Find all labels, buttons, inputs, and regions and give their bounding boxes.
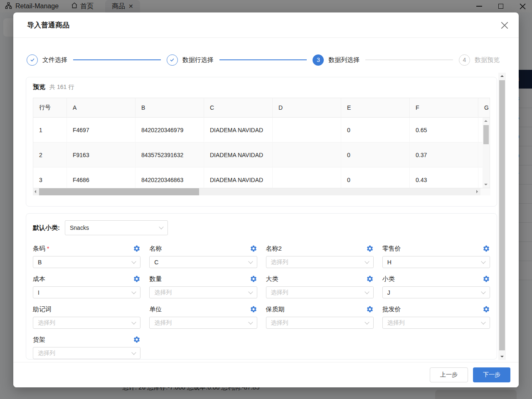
next-step-button[interactable]: 下一步 xyxy=(473,367,510,382)
field-2: 名称C xyxy=(149,244,257,268)
gear-icon[interactable] xyxy=(250,305,257,313)
field-8: 小类J xyxy=(382,274,490,298)
field-select-value: C xyxy=(154,259,158,266)
field-header: 条码* xyxy=(33,244,140,253)
step-label: 文件选择 xyxy=(42,56,67,64)
field-select[interactable]: 选择列 xyxy=(33,347,140,359)
preview-cell: DIADEMA NAVIDAD xyxy=(204,167,273,188)
field-label: 零售价 xyxy=(382,245,401,253)
preview-col-header: D xyxy=(273,98,341,118)
gear-icon[interactable] xyxy=(133,275,140,283)
scroll-thumb[interactable] xyxy=(39,188,199,195)
preview-cell: F9163 xyxy=(67,143,135,167)
gear-icon[interactable] xyxy=(366,305,374,313)
field-select[interactable]: 选择列 xyxy=(382,317,490,329)
scroll-right-icon[interactable] xyxy=(476,190,478,193)
field-header: 数量 xyxy=(149,274,257,283)
column-mapping-card: 默认小类: Snacks 条码*B名称C名称2选择列零售价H成本I数量选择列大类… xyxy=(26,213,497,360)
field-select[interactable]: I xyxy=(33,286,140,298)
field-select[interactable]: B xyxy=(33,256,140,268)
preview-cell: 1 xyxy=(33,118,67,143)
chevron-down-icon xyxy=(248,259,253,264)
field-header: 成本 xyxy=(33,274,140,283)
table-row[interactable]: 3F46868420220346863DIADEMA NAVIDAD00.43 xyxy=(33,167,490,188)
gear-icon[interactable] xyxy=(366,275,374,283)
step-4[interactable]: 4数据预览 xyxy=(459,54,505,66)
chevron-down-icon xyxy=(132,320,136,324)
field-select[interactable]: H xyxy=(382,256,490,268)
field-header: 保质期 xyxy=(266,305,374,314)
chevron-down-icon xyxy=(481,289,485,294)
field-12: 批发价选择列 xyxy=(382,305,490,329)
scroll-thumb[interactable] xyxy=(483,125,489,144)
field-select[interactable]: 选择列 xyxy=(149,286,257,298)
gear-icon[interactable] xyxy=(250,275,257,283)
field-select[interactable]: 选择列 xyxy=(149,317,257,329)
gear-icon[interactable] xyxy=(483,245,490,252)
field-select[interactable]: C xyxy=(149,256,257,268)
field-select-value: 选择列 xyxy=(271,289,288,296)
field-select[interactable]: 选择列 xyxy=(266,317,374,329)
step-2[interactable]: 数据行选择 xyxy=(167,54,219,66)
preview-cell xyxy=(273,167,341,188)
preview-vertical-scrollbar[interactable] xyxy=(483,118,490,188)
field-header: 助记词 xyxy=(33,305,140,314)
preview-table: 行号ABCDEFG 1F46978420220346979DIADEMA NAV… xyxy=(33,98,490,188)
table-row[interactable]: 2F91638435752391632DIADEMA NAVIDAD00.37 xyxy=(33,143,490,167)
preview-cell: 2 xyxy=(33,143,67,167)
field-label: 条码 xyxy=(33,245,45,253)
preview-titlebar: 预览 共 161 行 xyxy=(33,83,490,94)
field-select-value: H xyxy=(387,259,392,266)
field-header: 大类 xyxy=(266,274,374,283)
field-header: 单位 xyxy=(149,305,257,314)
scroll-up-icon[interactable] xyxy=(484,120,488,122)
field-select[interactable]: 选择列 xyxy=(266,286,374,298)
gear-icon[interactable] xyxy=(133,245,140,252)
dialog-scrollbar[interactable] xyxy=(498,73,506,360)
previous-step-button[interactable]: 上一步 xyxy=(430,367,468,382)
step-label: 数据行选择 xyxy=(182,56,214,64)
scroll-down-icon[interactable] xyxy=(500,356,504,357)
step-connector xyxy=(219,59,307,60)
scroll-down-icon[interactable] xyxy=(484,184,488,185)
chevron-down-icon xyxy=(481,320,485,324)
table-row[interactable]: 1F46978420220346979DIADEMA NAVIDAD00.65 xyxy=(33,118,490,143)
step-3[interactable]: 3数据列选择 xyxy=(313,54,365,66)
chevron-down-icon xyxy=(159,224,163,229)
screen: Retail-Manage 首页 商品 ✕ xyxy=(0,0,532,399)
gear-icon[interactable] xyxy=(483,275,490,283)
preview-cell: 0 xyxy=(341,118,410,143)
gear-icon[interactable] xyxy=(133,336,140,343)
field-select[interactable]: J xyxy=(382,286,490,298)
scroll-thumb[interactable] xyxy=(499,80,505,350)
field-header: 货架 xyxy=(33,335,140,344)
gear-icon[interactable] xyxy=(366,245,374,252)
field-label: 名称2 xyxy=(266,245,282,253)
steps: 文件选择数据行选择3数据列选择4数据预览 xyxy=(27,49,505,71)
preview-cell: 0 xyxy=(341,167,410,188)
default-category-select[interactable]: Snacks xyxy=(65,220,168,235)
dialog-close-button[interactable] xyxy=(500,21,509,30)
field-label: 单位 xyxy=(149,305,162,313)
scroll-up-icon[interactable] xyxy=(500,75,504,77)
scroll-left-icon[interactable] xyxy=(34,190,36,193)
field-label: 助记词 xyxy=(33,305,52,313)
preview-col-header: 行号 xyxy=(33,98,67,118)
gear-icon[interactable] xyxy=(250,245,257,252)
step-label: 数据预览 xyxy=(475,56,500,64)
preview-horizontal-scrollbar[interactable] xyxy=(33,188,490,195)
step-1[interactable]: 文件选择 xyxy=(27,54,73,66)
gear-icon[interactable] xyxy=(483,305,490,313)
field-select[interactable]: 选择列 xyxy=(33,317,140,329)
chevron-down-icon xyxy=(248,320,253,324)
field-select[interactable]: 选择列 xyxy=(266,256,374,268)
field-header: 名称 xyxy=(149,244,257,253)
field-11: 保质期选择列 xyxy=(266,305,374,329)
field-header: 小类 xyxy=(382,274,490,283)
step-label: 数据列选择 xyxy=(328,56,360,64)
field-header: 批发价 xyxy=(382,305,490,314)
preview-cell: 8420220346863 xyxy=(135,167,204,188)
preview-col-header: G xyxy=(478,98,490,118)
field-label: 批发价 xyxy=(382,305,401,313)
preview-cell: F4686 xyxy=(67,167,135,188)
